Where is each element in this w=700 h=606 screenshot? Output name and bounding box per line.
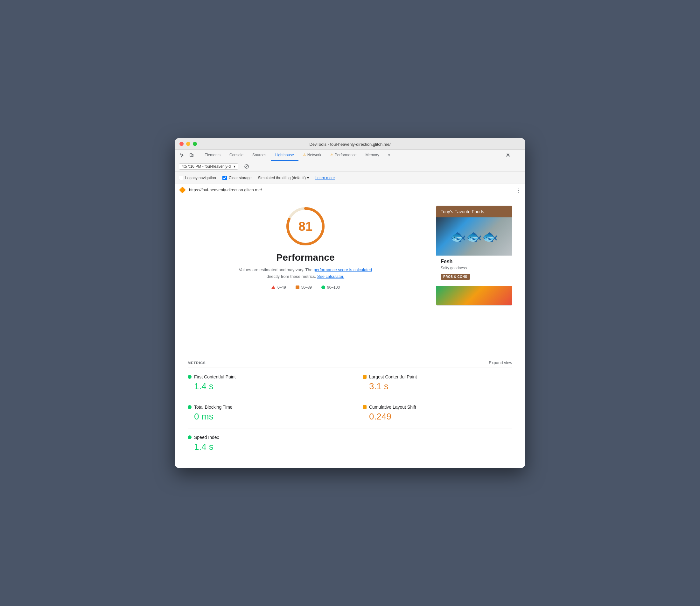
svg-point-2 (507, 154, 509, 156)
score-description: Values are estimated and may vary. The p… (236, 267, 376, 280)
score-section: 81 Performance Values are estimated and … (188, 206, 423, 289)
tab-more[interactable]: » (384, 149, 395, 161)
metric-cls-value: 0.249 (363, 412, 512, 422)
metrics-grid: First Contentful Paint 1.4 s Largest Con… (188, 368, 512, 458)
expand-view-button[interactable]: Expand view (489, 360, 512, 365)
legend-fail-range: 0–49 (277, 285, 286, 289)
calculator-link[interactable]: See calculator. (317, 274, 344, 279)
pros-cons-button[interactable]: PROS & CONS (441, 274, 470, 280)
legend-pass: 90–100 (321, 285, 340, 289)
legend-average: 50–89 (296, 285, 312, 289)
tab-console-label: Console (230, 153, 243, 157)
more-menu-button[interactable]: ⋮ (513, 151, 523, 160)
url-bar-more-icon[interactable]: ⋮ (515, 187, 521, 193)
maximize-button[interactable] (193, 142, 197, 146)
tab-lighthouse[interactable]: Lighthouse (271, 149, 298, 161)
session-toolbar: 4:57:16 PM - foul-heavenly-di ▾ (175, 161, 525, 172)
preview-second-image (436, 286, 512, 305)
si-status-dot (188, 436, 192, 439)
metrics-header: METRICS Expand view (188, 355, 512, 368)
clear-storage-label: Clear storage (229, 176, 252, 180)
preview-site-name: Tony's Favorite Foods (441, 209, 484, 214)
right-panel: Tony's Favorite Foods 🐟🐟🐟 Fesh Salty goo… (436, 206, 512, 346)
block-icon-button[interactable] (242, 162, 251, 171)
throttling-dropdown-icon: ▾ (307, 176, 309, 180)
tab-performance-label: Performance (335, 153, 357, 157)
traffic-lights (179, 142, 197, 146)
tab-sources-label: Sources (252, 153, 266, 157)
metric-lcp-value: 3.1 s (363, 381, 512, 392)
metric-lcp-header: Largest Contentful Paint (363, 374, 512, 379)
settings-button[interactable] (503, 151, 512, 160)
devtools-toolbar: Elements Console Sources Lighthouse ⚠ Ne… (175, 149, 525, 161)
tabs-container: Elements Console Sources Lighthouse ⚠ Ne… (200, 149, 503, 161)
preview-body: 🐟🐟🐟 Fesh Salty goodness PROS & CONS (436, 217, 512, 305)
average-square-icon (296, 285, 299, 289)
more-tabs-icon: » (388, 153, 390, 157)
tab-memory[interactable]: Memory (361, 149, 384, 161)
metric-si-header: Speed Index (188, 435, 337, 440)
throttling-container: Simulated throttling (default) ▾ (258, 176, 309, 180)
clear-storage-checkbox-label[interactable]: Clear storage (222, 176, 252, 180)
vertical-dots-icon: ⋮ (515, 153, 521, 158)
tab-performance[interactable]: ⚠ Performance (326, 149, 361, 161)
network-warning-icon: ⚠ (303, 153, 306, 157)
metric-tbt: Total Blocking Time 0 ms (188, 398, 350, 428)
pass-dot-icon (321, 285, 325, 289)
inspect-element-button[interactable] (177, 151, 187, 160)
options-toolbar: Legacy navigation Clear storage Simulate… (175, 172, 525, 184)
performance-warning-icon: ⚠ (330, 153, 334, 157)
learn-more-link[interactable]: Learn more (315, 176, 335, 180)
score-gauge: 81 (285, 206, 326, 247)
metric-si-name: Speed Index (194, 435, 219, 440)
website-preview: Tony's Favorite Foods 🐟🐟🐟 Fesh Salty goo… (436, 206, 512, 306)
tab-network-label: Network (307, 153, 321, 157)
session-dropdown[interactable]: 4:57:16 PM - foul-heavenly-di ▾ (179, 163, 238, 170)
minimize-button[interactable] (186, 142, 190, 146)
circle-slash-icon (244, 164, 249, 169)
preview-content: Fesh Salty goodness PROS & CONS (436, 256, 512, 286)
session-site-value: foul-heavenly-di (204, 164, 232, 169)
legend-pass-range: 90–100 (327, 285, 340, 289)
close-button[interactable] (179, 142, 184, 146)
tab-console[interactable]: Console (225, 149, 248, 161)
metric-lcp-name: Largest Contentful Paint (369, 374, 417, 379)
device-toolbar-button[interactable] (187, 151, 196, 160)
tab-network[interactable]: ⚠ Network (298, 149, 326, 161)
fail-triangle-icon (271, 285, 275, 289)
metric-fcp-name: First Contentful Paint (194, 374, 236, 379)
tab-sources[interactable]: Sources (248, 149, 271, 161)
metric-cls-name: Cumulative Layout Shift (369, 404, 416, 410)
tab-elements[interactable]: Elements (200, 149, 225, 161)
score-title: Performance (276, 252, 334, 263)
title-bar: DevTools - foul-heavenly-direction.glitc… (175, 138, 525, 149)
svg-rect-1 (192, 154, 193, 157)
preview-food-desc: Salty goodness (441, 266, 507, 270)
fcp-status-dot (188, 375, 192, 379)
window-title: DevTools - foul-heavenly-direction.glitc… (309, 142, 390, 147)
legacy-nav-checkbox-label[interactable]: Legacy navigation (179, 176, 216, 180)
session-time: 4:57:16 PM - foul-heavenly-di (182, 164, 232, 169)
gear-icon (506, 153, 510, 158)
main-content: 81 Performance Values are estimated and … (175, 196, 525, 355)
svg-rect-0 (190, 154, 192, 157)
tab-elements-label: Elements (204, 153, 220, 157)
metric-lcp: Largest Contentful Paint 3.1 s (350, 368, 512, 398)
preview-header: Tony's Favorite Foods (436, 206, 512, 217)
cursor-icon (180, 153, 184, 158)
url-bar: 🔶 https://foul-heavenly-direction.glitch… (175, 184, 525, 196)
session-time-value: 4:57:16 PM (182, 164, 201, 169)
score-legend: 0–49 50–89 90–100 (271, 285, 340, 289)
tbt-status-dot (188, 405, 192, 409)
left-panel: 81 Performance Values are estimated and … (188, 206, 423, 346)
tab-memory-label: Memory (366, 153, 379, 157)
metric-tbt-name: Total Blocking Time (194, 404, 233, 410)
legacy-nav-checkbox[interactable] (179, 176, 183, 180)
metric-tbt-value: 0 ms (188, 412, 337, 422)
tab-lighthouse-label: Lighthouse (275, 153, 294, 157)
clear-storage-checkbox[interactable] (222, 176, 227, 180)
legend-average-range: 50–89 (301, 285, 312, 289)
legend-fail: 0–49 (271, 285, 286, 289)
perf-score-link[interactable]: performance score is calculated (314, 267, 372, 272)
legacy-nav-label: Legacy navigation (185, 176, 216, 180)
